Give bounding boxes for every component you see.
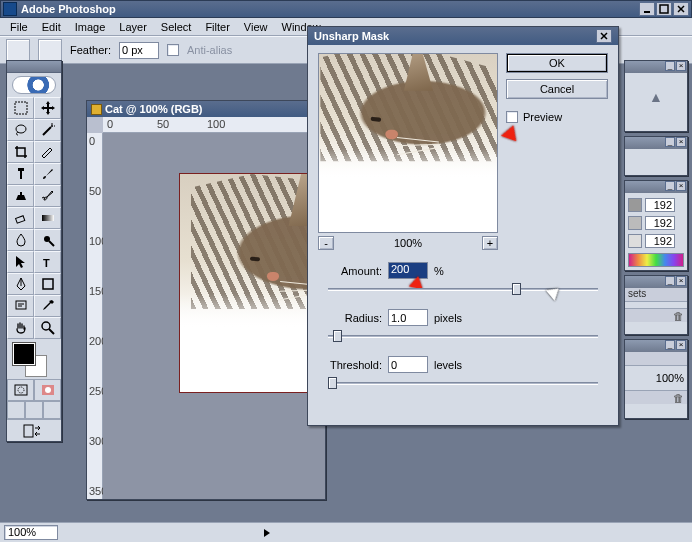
feather-label: Feather:: [70, 44, 111, 56]
menu-image[interactable]: Image: [69, 19, 112, 35]
menu-layer[interactable]: Layer: [113, 19, 153, 35]
antialias-checkbox[interactable]: [167, 44, 179, 56]
amount-slider[interactable]: [328, 283, 598, 297]
threshold-label: Threshold:: [326, 359, 382, 371]
path-selection-tool[interactable]: [7, 251, 34, 273]
notes-tool[interactable]: [7, 295, 34, 317]
toolbox-header[interactable]: [7, 61, 61, 73]
type-tool[interactable]: T: [34, 251, 61, 273]
palette-minimize-icon[interactable]: _: [665, 181, 675, 191]
shape-tool[interactable]: [34, 273, 61, 295]
image-canvas[interactable]: [179, 173, 325, 393]
marquee-tool[interactable]: [7, 97, 34, 119]
threshold-slider[interactable]: [328, 377, 598, 391]
svg-point-7: [51, 125, 53, 127]
cancel-button[interactable]: Cancel: [506, 79, 608, 99]
threshold-input[interactable]: [388, 356, 428, 373]
vertical-ruler[interactable]: 0 50 100 150 200 250 300 350: [87, 133, 103, 499]
screen-mode-1[interactable]: [7, 401, 25, 419]
zoom-in-button[interactable]: +: [482, 236, 498, 250]
lasso-tool[interactable]: [7, 119, 34, 141]
slice-tool[interactable]: [34, 141, 61, 163]
healing-brush-tool[interactable]: [7, 163, 34, 185]
menu-filter[interactable]: Filter: [199, 19, 235, 35]
color-row-b[interactable]: 192: [628, 232, 684, 250]
feather-input[interactable]: [119, 42, 159, 59]
ok-button[interactable]: OK: [506, 53, 608, 73]
radius-slider[interactable]: [328, 330, 598, 344]
info-body[interactable]: [625, 149, 687, 155]
crop-tool[interactable]: [7, 141, 34, 163]
history-tab[interactable]: sets: [625, 288, 687, 302]
layers-tab[interactable]: [625, 352, 687, 366]
svg-point-22: [42, 322, 50, 330]
document-icon: [91, 104, 102, 115]
palette-close-icon[interactable]: ×: [676, 181, 686, 191]
palette-close-icon[interactable]: ×: [676, 61, 686, 71]
dodge-tool[interactable]: [34, 229, 61, 251]
amount-label: Amount:: [326, 265, 382, 277]
palette-minimize-icon[interactable]: _: [665, 61, 675, 71]
jump-to-imageready[interactable]: [7, 419, 61, 441]
color-row-g[interactable]: 192: [628, 214, 684, 232]
trash-icon[interactable]: 🗑: [673, 392, 684, 404]
palette-minimize-icon[interactable]: _: [665, 276, 675, 286]
trash-icon[interactable]: 🗑: [673, 310, 684, 322]
radius-input[interactable]: [388, 309, 428, 326]
opacity-value[interactable]: 100%: [656, 372, 684, 384]
eraser-tool[interactable]: [7, 207, 34, 229]
filter-preview[interactable]: [318, 53, 498, 233]
clone-stamp-tool[interactable]: [7, 185, 34, 207]
navigator-body[interactable]: ▲: [625, 73, 687, 121]
pen-tool[interactable]: [7, 273, 34, 295]
zoom-tool[interactable]: [34, 317, 61, 339]
palette-minimize-icon[interactable]: _: [665, 340, 675, 350]
minimize-button[interactable]: [639, 2, 655, 16]
dialog-close-button[interactable]: [596, 29, 612, 43]
color-ramp[interactable]: [628, 253, 684, 267]
foreground-color-swatch[interactable]: [13, 343, 35, 365]
menu-file[interactable]: File: [4, 19, 34, 35]
canvas-area[interactable]: [103, 133, 325, 499]
screen-mode-3[interactable]: [43, 401, 61, 419]
marquee-style-picker[interactable]: [38, 39, 62, 61]
preview-checkbox[interactable]: [506, 111, 518, 123]
tool-preset-picker[interactable]: [6, 39, 30, 61]
red-arrow-annotation-icon: [501, 123, 521, 142]
menu-select[interactable]: Select: [155, 19, 198, 35]
palette-minimize-icon[interactable]: _: [665, 137, 675, 147]
magic-wand-tool[interactable]: [34, 119, 61, 141]
dialog-titlebar[interactable]: Unsharp Mask: [308, 27, 618, 45]
photoshop-logo: [7, 73, 61, 97]
zoom-out-button[interactable]: -: [318, 236, 334, 250]
color-row-r[interactable]: 192: [628, 196, 684, 214]
maximize-button[interactable]: [656, 2, 672, 16]
svg-line-6: [43, 127, 51, 135]
palette-close-icon[interactable]: ×: [676, 137, 686, 147]
eyedropper-tool[interactable]: [34, 295, 61, 317]
history-brush-tool[interactable]: [34, 185, 61, 207]
svg-point-27: [45, 387, 51, 393]
hand-tool[interactable]: [7, 317, 34, 339]
svg-line-23: [49, 329, 54, 334]
screen-mode-2[interactable]: [25, 401, 43, 419]
svg-rect-13: [42, 215, 54, 221]
move-tool[interactable]: [34, 97, 61, 119]
palette-close-icon[interactable]: ×: [676, 276, 686, 286]
horizontal-ruler[interactable]: 0 50 100: [103, 117, 325, 133]
document-titlebar[interactable]: Cat @ 100% (RGB): [87, 101, 325, 117]
palette-close-icon[interactable]: ×: [676, 340, 686, 350]
standard-mode-button[interactable]: [7, 379, 34, 401]
radius-label: Radius:: [326, 312, 382, 324]
quick-mask-button[interactable]: [34, 379, 61, 401]
close-button[interactable]: [673, 2, 689, 16]
zoom-field[interactable]: 100%: [4, 525, 58, 540]
blur-tool[interactable]: [7, 229, 34, 251]
gradient-tool[interactable]: [34, 207, 61, 229]
status-menu-icon[interactable]: [264, 529, 270, 537]
menu-view[interactable]: View: [238, 19, 274, 35]
menu-edit[interactable]: Edit: [36, 19, 67, 35]
navigator-palette: _× ▲: [624, 60, 688, 132]
color-swatches[interactable]: [7, 339, 61, 379]
brush-tool[interactable]: [34, 163, 61, 185]
